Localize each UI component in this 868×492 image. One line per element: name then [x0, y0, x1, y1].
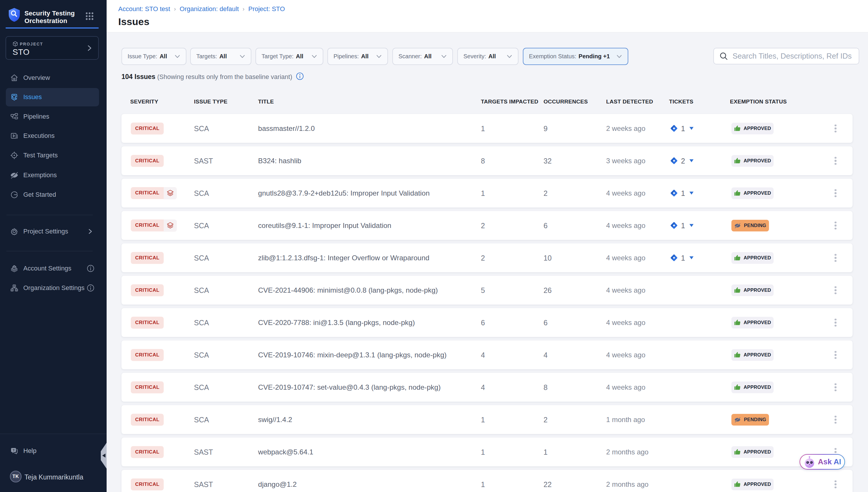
svg-text:?: ? — [12, 448, 15, 452]
